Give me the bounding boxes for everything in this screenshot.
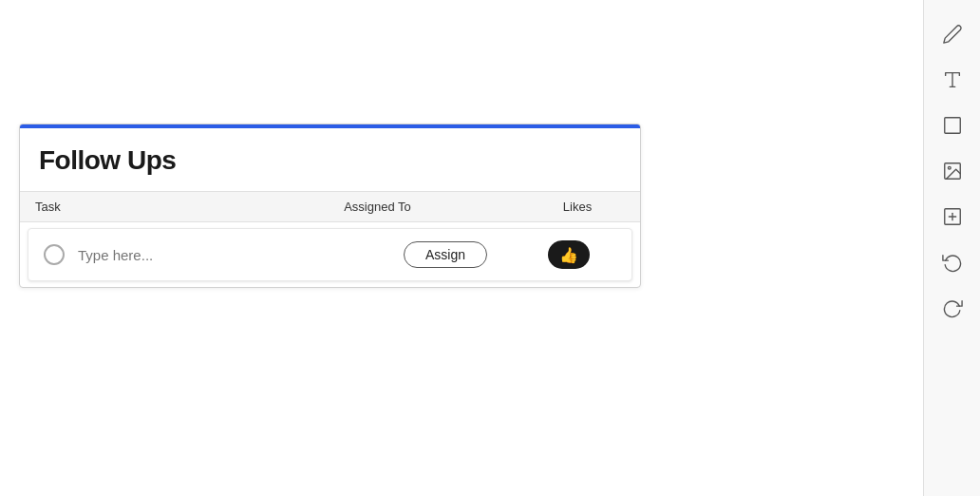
image-icon[interactable]	[933, 152, 971, 190]
right-toolbar	[923, 0, 980, 496]
pen-icon[interactable]	[933, 15, 971, 53]
follow-ups-card: Follow Ups Task Assigned To Likes Assign…	[19, 124, 641, 288]
svg-point-2	[948, 166, 951, 169]
card-body: Follow Ups Task Assigned To Likes Assign…	[19, 124, 641, 288]
assign-area: Assign	[369, 241, 521, 268]
card-title: Follow Ups	[39, 145, 176, 175]
thumbs-up-icon: 👍	[559, 246, 578, 264]
table-row: Assign 👍	[28, 228, 632, 281]
card-header: Follow Ups	[20, 128, 640, 192]
undo-icon[interactable]	[933, 243, 971, 281]
redo-icon[interactable]	[933, 289, 971, 327]
text-icon[interactable]	[933, 61, 971, 99]
task-checkbox-area[interactable]	[44, 244, 78, 265]
task-checkbox[interactable]	[44, 244, 65, 265]
svg-rect-0	[944, 118, 960, 134]
col-header-likes: Likes	[530, 200, 625, 214]
like-button[interactable]: 👍	[548, 240, 590, 269]
assign-button[interactable]: Assign	[404, 241, 487, 268]
add-icon[interactable]	[933, 198, 971, 236]
likes-area: 👍	[521, 240, 616, 269]
task-input[interactable]	[78, 247, 369, 263]
frame-icon[interactable]	[933, 106, 971, 144]
col-header-task: Task	[35, 200, 225, 214]
col-header-assigned: Assigned To	[225, 200, 530, 214]
table-header: Task Assigned To Likes	[20, 192, 640, 222]
